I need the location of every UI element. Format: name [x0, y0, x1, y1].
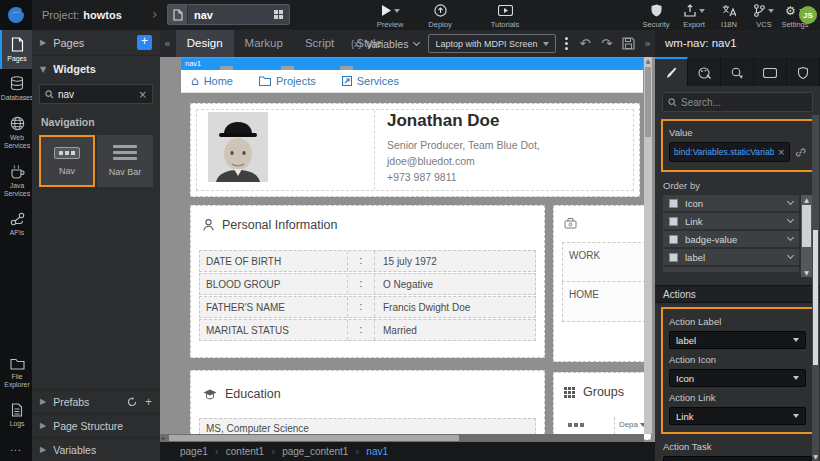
breadcrumb-content1[interactable]: content1 — [226, 446, 264, 457]
rail-item-file-explorer[interactable]: File Explorer — [0, 351, 32, 396]
widget-tile-nav[interactable]: Nav — [39, 135, 95, 187]
tab-styles[interactable] — [688, 57, 721, 86]
table-row[interactable]: BLOOD GROUP : O Negative — [199, 273, 536, 295]
widgets-section-header[interactable]: ▼ Widgets — [32, 56, 160, 82]
canvas-horizontal-scrollbar[interactable]: ◂ — [160, 434, 644, 442]
profile-role[interactable]: Senior Producer, Team Blue Dot, — [387, 139, 540, 151]
prefabs-section-header[interactable]: ▶ Prefabs + — [32, 389, 160, 413]
widget-search-input[interactable] — [58, 89, 139, 100]
page-structure-section-header[interactable]: ▶ Page Structure — [32, 413, 160, 437]
bind-link-icon[interactable] — [795, 147, 806, 158]
order-item-clipped[interactable] — [663, 267, 799, 272]
checkbox[interactable] — [669, 253, 678, 262]
add-prefab-icon[interactable]: + — [145, 395, 152, 409]
design-canvas[interactable]: nav1 ⌂ Home Projects Services — [160, 57, 655, 442]
canvas-vertical-scrollbar[interactable]: ▲ — [644, 57, 652, 434]
order-item-link[interactable]: Link — [663, 213, 799, 229]
breadcrumb-nav1[interactable]: nav1 — [366, 446, 388, 457]
profile-phone[interactable]: +973 987 9811 — [387, 171, 457, 183]
action-label-select[interactable]: label — [669, 331, 806, 349]
scroll-down-icon[interactable]: ▼ — [801, 268, 812, 277]
preview-caret-icon[interactable] — [394, 9, 400, 13]
groups-card[interactable]: Groups Depa — [553, 372, 651, 440]
panel-scrollbar[interactable]: ▼ — [812, 115, 819, 461]
preview-button[interactable]: Preview — [370, 3, 410, 29]
tutorials-button[interactable]: Tutorials — [485, 3, 525, 29]
action-task-select[interactable] — [663, 456, 812, 461]
tab-device[interactable] — [754, 57, 787, 86]
actions-section-header[interactable]: Actions — [655, 285, 820, 303]
redo-icon[interactable]: ↷ — [601, 36, 612, 51]
scroll-up-icon[interactable]: ▲ — [644, 57, 652, 65]
deploy-button[interactable]: Deploy — [420, 3, 460, 29]
education-card[interactable]: Education MS, Computer Science — [190, 370, 545, 440]
list-item[interactable]: HOME — [562, 282, 646, 322]
table-row[interactable]: FATHER'S NAME : Francis Dwight Doe — [199, 296, 536, 318]
chevron-down-icon[interactable] — [787, 252, 794, 259]
page-selector[interactable]: nav — [167, 4, 290, 25]
clear-binding-icon[interactable]: × — [777, 147, 785, 157]
checkbox[interactable] — [669, 235, 678, 244]
variables-section-header[interactable]: ▶ Variables — [32, 437, 160, 461]
nav-widget-preview[interactable]: ⌂ Home Projects Services — [181, 70, 643, 93]
profile-name[interactable]: Jonathan Doe — [387, 111, 499, 131]
tab-script[interactable]: Script — [294, 30, 345, 57]
rail-item-java-services[interactable]: Java Services — [0, 157, 32, 205]
clear-search-icon[interactable]: × — [139, 89, 147, 100]
rail-item-web-services[interactable]: Web Services — [0, 109, 32, 157]
security-button[interactable]: Security — [638, 3, 674, 29]
order-list-scrollbar[interactable]: ▲ ▼ — [801, 195, 812, 277]
export-caret-icon[interactable] — [699, 9, 705, 13]
breadcrumb-page-content1[interactable]: page_content1 — [282, 446, 348, 457]
i18n-button[interactable]: I18N — [712, 3, 746, 29]
pages-grid-icon[interactable] — [274, 10, 283, 19]
collapse-right-panel-icon[interactable]: » — [644, 37, 651, 50]
action-icon-select[interactable]: Icon — [669, 369, 806, 387]
tab-design[interactable]: Design — [176, 30, 234, 57]
vcs-button[interactable]: VCS — [748, 3, 780, 29]
rail-more-button[interactable]: ... — [0, 434, 32, 461]
chevron-down-icon[interactable] — [787, 216, 794, 223]
scroll-thumb[interactable] — [645, 67, 651, 137]
collapse-left-panel-icon[interactable]: « — [164, 37, 171, 50]
profile-photo[interactable] — [208, 112, 268, 182]
save-icon[interactable] — [622, 37, 635, 50]
rail-item-apis[interactable]: APIs — [0, 205, 32, 243]
table-row[interactable]: DATE OF BIRTH : 15 july 1972 — [199, 250, 536, 272]
breadcrumb-page1[interactable]: page1 — [180, 446, 208, 457]
selected-widget-tag[interactable]: nav1 — [181, 58, 643, 70]
action-link-select[interactable]: Link — [669, 407, 806, 425]
widget-search[interactable]: × — [39, 84, 153, 104]
order-item-badge-value[interactable]: badge-value — [663, 231, 799, 247]
export-button[interactable]: Export — [676, 3, 712, 29]
undo-icon[interactable]: ↶ — [579, 36, 590, 51]
profile-card[interactable]: Jonathan Doe Senior Producer, Team Blue … — [190, 103, 640, 197]
profile-email[interactable]: jdoe@bluedot.com — [387, 155, 475, 167]
contact-card[interactable]: WORK HOME — [553, 205, 651, 362]
table-row[interactable]: MARITAL STATUS : Married — [199, 319, 536, 341]
order-item-label[interactable]: label — [663, 249, 799, 265]
more-options-icon[interactable] — [565, 37, 568, 50]
checkbox[interactable] — [669, 217, 678, 226]
list-item[interactable]: WORK — [562, 242, 646, 282]
scroll-up-icon[interactable]: ▲ — [801, 195, 812, 204]
tab-properties[interactable] — [655, 57, 688, 86]
refresh-prefabs-icon[interactable] — [127, 397, 137, 407]
scroll-down-icon[interactable]: ▼ — [812, 453, 819, 461]
tab-events[interactable] — [721, 57, 754, 86]
scroll-thumb[interactable] — [802, 205, 811, 247]
personal-info-card[interactable]: Personal Information DATE OF BIRTH : 15 … — [190, 205, 545, 358]
chevron-down-icon[interactable] — [787, 198, 794, 205]
user-avatar[interactable]: JS — [799, 6, 817, 24]
rail-item-databases[interactable]: Databases — [0, 69, 32, 108]
device-selector[interactable]: Laptop with MDPI Screen — [428, 34, 556, 53]
vcs-caret-icon[interactable] — [768, 9, 774, 13]
scroll-left-icon[interactable]: ◂ — [161, 434, 164, 442]
value-binding-field[interactable]: bind:Variables.staticVariable1.dataSet × — [669, 142, 790, 162]
property-search[interactable] — [662, 92, 813, 112]
variables-dropdown[interactable]: {x} Variables — [351, 38, 420, 50]
add-page-button[interactable]: + — [137, 35, 152, 50]
widget-tile-navbar[interactable]: Nav Bar — [97, 135, 153, 187]
chevron-down-icon[interactable] — [787, 234, 794, 241]
checkbox[interactable] — [669, 199, 678, 208]
